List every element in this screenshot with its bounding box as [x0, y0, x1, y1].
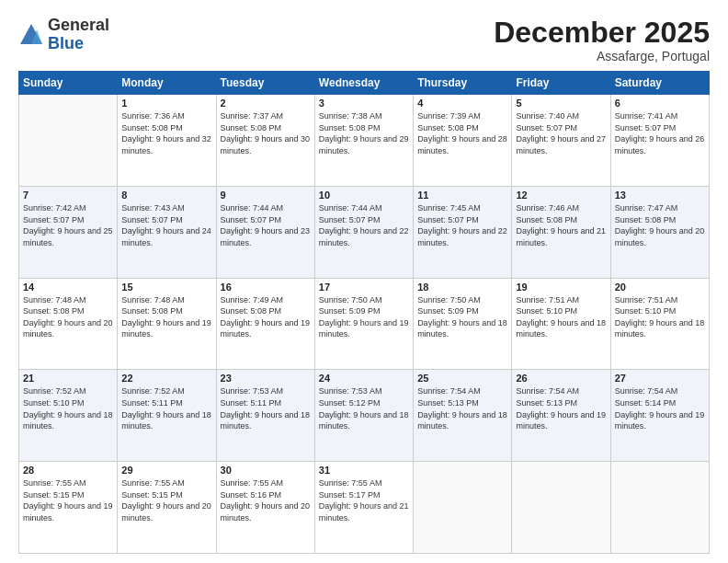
- day-number: 9: [221, 190, 311, 201]
- day-cell: 7Sunrise: 7:42 AMSunset: 5:07 PMDaylight…: [19, 186, 118, 278]
- logo-text: General Blue: [48, 17, 109, 53]
- day-cell: 3Sunrise: 7:38 AMSunset: 5:08 PMDaylight…: [314, 95, 413, 187]
- day-cell: [610, 462, 709, 554]
- day-cell: 4Sunrise: 7:39 AMSunset: 5:08 PMDaylight…: [414, 95, 512, 187]
- day-number: 13: [615, 190, 705, 201]
- day-number: 16: [221, 282, 311, 293]
- day-info: Sunrise: 7:38 AMSunset: 5:08 PMDaylight:…: [319, 110, 409, 156]
- day-number: 24: [319, 373, 409, 384]
- day-info: Sunrise: 7:52 AMSunset: 5:10 PMDaylight:…: [23, 385, 113, 431]
- day-info: Sunrise: 7:52 AMSunset: 5:11 PMDaylight:…: [121, 385, 211, 431]
- title-block: December 2025 Assafarge, Portugal: [494, 17, 710, 63]
- day-cell: 30Sunrise: 7:55 AMSunset: 5:16 PMDayligh…: [216, 462, 314, 554]
- day-cell: 22Sunrise: 7:52 AMSunset: 5:11 PMDayligh…: [118, 370, 216, 462]
- day-cell: 1Sunrise: 7:36 AMSunset: 5:08 PMDaylight…: [118, 95, 216, 187]
- week-row: 1Sunrise: 7:36 AMSunset: 5:08 PMDaylight…: [19, 95, 710, 187]
- day-info: Sunrise: 7:54 AMSunset: 5:13 PMDaylight:…: [417, 385, 507, 431]
- day-cell: 12Sunrise: 7:46 AMSunset: 5:08 PMDayligh…: [512, 186, 610, 278]
- col-header-friday: Friday: [512, 72, 610, 95]
- day-number: 10: [319, 190, 409, 201]
- day-info: Sunrise: 7:39 AMSunset: 5:08 PMDaylight:…: [417, 110, 507, 156]
- col-header-wednesday: Wednesday: [314, 72, 413, 95]
- day-cell: 11Sunrise: 7:45 AMSunset: 5:07 PMDayligh…: [414, 186, 512, 278]
- day-info: Sunrise: 7:44 AMSunset: 5:07 PMDaylight:…: [319, 202, 409, 248]
- day-cell: 28Sunrise: 7:55 AMSunset: 5:15 PMDayligh…: [19, 462, 118, 554]
- day-info: Sunrise: 7:41 AMSunset: 5:07 PMDaylight:…: [615, 110, 705, 156]
- day-info: Sunrise: 7:55 AMSunset: 5:17 PMDaylight:…: [319, 477, 409, 523]
- week-row: 21Sunrise: 7:52 AMSunset: 5:10 PMDayligh…: [19, 370, 710, 462]
- day-number: 23: [221, 373, 311, 384]
- header: General Blue December 2025 Assafarge, Po…: [18, 17, 710, 63]
- day-number: 30: [221, 465, 311, 476]
- day-cell: [19, 95, 118, 187]
- day-number: 31: [319, 465, 409, 476]
- day-cell: 6Sunrise: 7:41 AMSunset: 5:07 PMDaylight…: [610, 95, 709, 187]
- day-number: 26: [516, 373, 606, 384]
- logo: General Blue: [18, 17, 109, 53]
- day-cell: 13Sunrise: 7:47 AMSunset: 5:08 PMDayligh…: [610, 186, 709, 278]
- col-header-thursday: Thursday: [414, 72, 512, 95]
- day-number: 15: [121, 282, 211, 293]
- day-cell: 31Sunrise: 7:55 AMSunset: 5:17 PMDayligh…: [314, 462, 413, 554]
- day-number: 21: [23, 373, 113, 384]
- day-cell: 20Sunrise: 7:51 AMSunset: 5:10 PMDayligh…: [610, 278, 709, 370]
- day-number: 4: [417, 98, 507, 109]
- day-cell: 14Sunrise: 7:48 AMSunset: 5:08 PMDayligh…: [19, 278, 118, 370]
- col-header-monday: Monday: [118, 72, 216, 95]
- day-number: 29: [121, 465, 211, 476]
- day-info: Sunrise: 7:50 AMSunset: 5:09 PMDaylight:…: [417, 294, 507, 340]
- day-cell: 29Sunrise: 7:55 AMSunset: 5:15 PMDayligh…: [118, 462, 216, 554]
- location: Assafarge, Portugal: [494, 49, 710, 63]
- week-row: 7Sunrise: 7:42 AMSunset: 5:07 PMDaylight…: [19, 186, 710, 278]
- day-info: Sunrise: 7:55 AMSunset: 5:16 PMDaylight:…: [221, 477, 311, 523]
- day-info: Sunrise: 7:46 AMSunset: 5:08 PMDaylight:…: [516, 202, 606, 248]
- day-cell: 18Sunrise: 7:50 AMSunset: 5:09 PMDayligh…: [414, 278, 512, 370]
- day-info: Sunrise: 7:51 AMSunset: 5:10 PMDaylight:…: [516, 294, 606, 340]
- day-info: Sunrise: 7:43 AMSunset: 5:07 PMDaylight:…: [121, 202, 211, 248]
- day-cell: [512, 462, 610, 554]
- col-header-saturday: Saturday: [610, 72, 709, 95]
- day-number: 14: [23, 282, 113, 293]
- day-number: 18: [417, 282, 507, 293]
- day-info: Sunrise: 7:53 AMSunset: 5:12 PMDaylight:…: [319, 385, 409, 431]
- day-cell: 26Sunrise: 7:54 AMSunset: 5:13 PMDayligh…: [512, 370, 610, 462]
- day-cell: 9Sunrise: 7:44 AMSunset: 5:07 PMDaylight…: [216, 186, 314, 278]
- day-number: 28: [23, 465, 113, 476]
- day-number: 3: [319, 98, 409, 109]
- month-title: December 2025: [494, 17, 710, 49]
- day-info: Sunrise: 7:44 AMSunset: 5:07 PMDaylight:…: [221, 202, 311, 248]
- day-cell: 5Sunrise: 7:40 AMSunset: 5:07 PMDaylight…: [512, 95, 610, 187]
- day-number: 20: [615, 282, 705, 293]
- day-info: Sunrise: 7:42 AMSunset: 5:07 PMDaylight:…: [23, 202, 113, 248]
- day-info: Sunrise: 7:45 AMSunset: 5:07 PMDaylight:…: [417, 202, 507, 248]
- logo-icon: [18, 22, 44, 48]
- day-number: 1: [121, 98, 211, 109]
- day-number: 17: [319, 282, 409, 293]
- day-number: 12: [516, 190, 606, 201]
- day-number: 8: [121, 190, 211, 201]
- day-number: 6: [615, 98, 705, 109]
- day-cell: 27Sunrise: 7:54 AMSunset: 5:14 PMDayligh…: [610, 370, 709, 462]
- day-cell: 2Sunrise: 7:37 AMSunset: 5:08 PMDaylight…: [216, 95, 314, 187]
- day-cell: 10Sunrise: 7:44 AMSunset: 5:07 PMDayligh…: [314, 186, 413, 278]
- day-cell: 16Sunrise: 7:49 AMSunset: 5:08 PMDayligh…: [216, 278, 314, 370]
- day-info: Sunrise: 7:54 AMSunset: 5:14 PMDaylight:…: [615, 385, 705, 431]
- day-number: 7: [23, 190, 113, 201]
- day-info: Sunrise: 7:55 AMSunset: 5:15 PMDaylight:…: [121, 477, 211, 523]
- week-row: 28Sunrise: 7:55 AMSunset: 5:15 PMDayligh…: [19, 462, 710, 554]
- day-info: Sunrise: 7:55 AMSunset: 5:15 PMDaylight:…: [23, 477, 113, 523]
- day-number: 22: [121, 373, 211, 384]
- day-cell: 15Sunrise: 7:48 AMSunset: 5:08 PMDayligh…: [118, 278, 216, 370]
- day-cell: 8Sunrise: 7:43 AMSunset: 5:07 PMDaylight…: [118, 186, 216, 278]
- day-number: 2: [221, 98, 311, 109]
- col-header-sunday: Sunday: [19, 72, 118, 95]
- day-cell: 17Sunrise: 7:50 AMSunset: 5:09 PMDayligh…: [314, 278, 413, 370]
- day-number: 25: [417, 373, 507, 384]
- day-info: Sunrise: 7:50 AMSunset: 5:09 PMDaylight:…: [319, 294, 409, 340]
- day-cell: 24Sunrise: 7:53 AMSunset: 5:12 PMDayligh…: [314, 370, 413, 462]
- day-info: Sunrise: 7:49 AMSunset: 5:08 PMDaylight:…: [221, 294, 311, 340]
- day-cell: 21Sunrise: 7:52 AMSunset: 5:10 PMDayligh…: [19, 370, 118, 462]
- day-cell: 19Sunrise: 7:51 AMSunset: 5:10 PMDayligh…: [512, 278, 610, 370]
- week-row: 14Sunrise: 7:48 AMSunset: 5:08 PMDayligh…: [19, 278, 710, 370]
- day-number: 19: [516, 282, 606, 293]
